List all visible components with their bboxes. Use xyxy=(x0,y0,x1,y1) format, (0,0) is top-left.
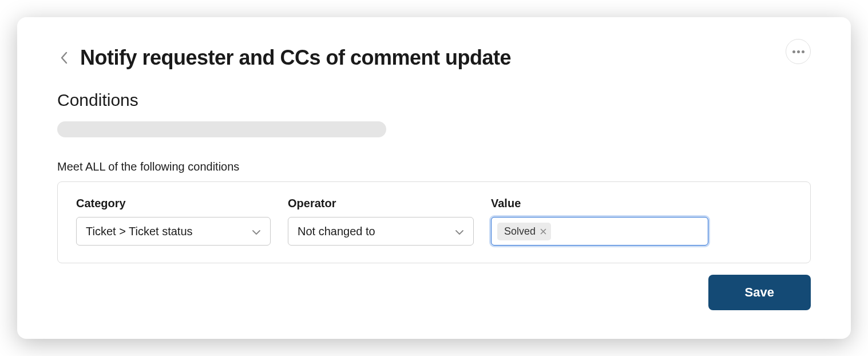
settings-card: Notify requester and CCs of comment upda… xyxy=(17,17,851,339)
category-select-value: Ticket > Ticket status xyxy=(86,225,193,238)
operator-select-value: Not changed to xyxy=(298,225,375,238)
placeholder-bar xyxy=(57,121,386,137)
more-actions-button[interactable] xyxy=(786,39,811,64)
operator-select[interactable]: Not changed to xyxy=(288,217,474,246)
value-multiselect[interactable]: Solved xyxy=(491,217,708,246)
page-title: Notify requester and CCs of comment upda… xyxy=(80,46,511,70)
operator-label: Operator xyxy=(288,197,474,210)
value-field-group: Value Solved xyxy=(491,197,708,246)
conditions-container: Category Ticket > Ticket status Operator… xyxy=(57,181,811,263)
category-field-group: Category Ticket > Ticket status xyxy=(76,197,271,246)
meet-all-label: Meet ALL of the following conditions xyxy=(57,160,811,173)
value-label: Value xyxy=(491,197,708,210)
dot-icon xyxy=(802,50,804,53)
value-tag-solved: Solved xyxy=(497,223,551,240)
close-icon xyxy=(540,228,546,235)
value-tag-text: Solved xyxy=(504,226,536,238)
chevron-down-icon xyxy=(455,225,464,238)
dot-icon xyxy=(797,50,800,53)
save-button[interactable]: Save xyxy=(708,275,811,310)
remove-tag-button[interactable] xyxy=(540,228,546,235)
section-heading: Conditions xyxy=(57,90,811,110)
chevron-down-icon xyxy=(252,225,261,238)
category-select[interactable]: Ticket > Ticket status xyxy=(76,217,271,246)
category-label: Category xyxy=(76,197,271,210)
chevron-left-icon xyxy=(60,52,68,64)
operator-field-group: Operator Not changed to xyxy=(288,197,474,246)
footer-actions: Save xyxy=(708,275,811,310)
page-header: Notify requester and CCs of comment upda… xyxy=(57,46,811,70)
back-button[interactable] xyxy=(57,51,71,65)
dot-icon xyxy=(792,50,795,53)
